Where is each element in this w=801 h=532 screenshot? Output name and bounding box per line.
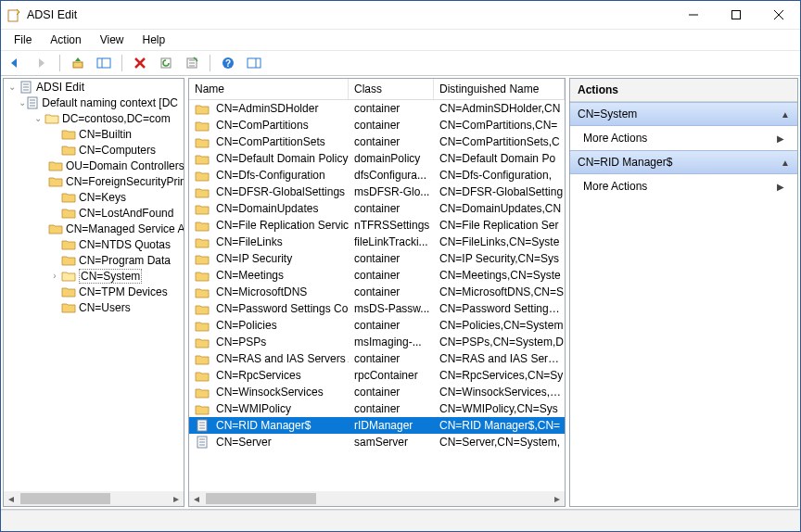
list-row[interactable]: CN=Default Domain Policy domainPolicy CN… [189,150,565,167]
list-row[interactable]: CN=AdminSDHolder container CN=AdminSDHol… [189,100,565,117]
actions-pane: Actions CN=System ▲ More Actions ▶ CN=RI… [569,78,798,507]
cell-dn: CN=DomainUpdates,CN [434,202,565,215]
cell-name: CN=Meetings [216,269,284,282]
list-row[interactable]: CN=File Replication Service nTFRSSetting… [189,217,565,234]
col-name[interactable]: Name [189,79,349,99]
list-row[interactable]: CN=ComPartitionSets container CN=ComPart… [189,133,565,150]
back-button[interactable] [5,52,27,74]
up-button[interactable] [67,52,89,74]
tree-item[interactable]: CN=NTDS Quotas [4,236,184,252]
folder-icon [61,238,76,251]
tree-item[interactable]: CN=Managed Service Accounts [4,221,184,236]
cell-name: CN=PSPs [216,336,266,348]
show-hide-actions-button[interactable] [243,52,265,74]
col-class[interactable]: Class [349,79,434,99]
tree-item[interactable]: CN=TPM Devices [4,284,184,299]
actions-item-label: More Actions [583,180,647,193]
list-row[interactable]: CN=DFSR-GlobalSettings msDFSR-Glo... CN=… [189,184,565,200]
tree-item[interactable]: CN=LostAndFound [4,205,184,221]
tree-item[interactable]: CN=ForeignSecurityPrincipals [4,173,184,189]
list-row[interactable]: CN=Server samServer CN=Server,CN=System, [189,434,565,450]
cell-dn: CN=Policies,CN=System [434,319,565,332]
collapse-icon: ▲ [781,109,790,120]
list-row[interactable]: CN=DomainUpdates container CN=DomainUpda… [189,200,565,217]
forward-button[interactable] [31,52,53,74]
collapse-icon[interactable]: ⌄ [6,82,19,92]
tree-item[interactable]: CN=Keys [4,189,184,205]
tree-context[interactable]: ⌄ Default naming context [DC [4,95,184,110]
folder-icon [195,269,210,282]
show-hide-tree-button[interactable] [93,52,115,74]
cell-dn: CN=AdminSDHolder,CN [434,102,565,115]
tree-item[interactable]: CN=Users [4,299,184,315]
cell-class: container [349,119,434,132]
list-row[interactable]: CN=Meetings container CN=Meetings,CN=Sys… [189,267,565,284]
cell-class: rIDManager [349,419,434,432]
tree-root[interactable]: ⌄ ADSI Edit [4,79,184,95]
delete-button[interactable] [129,52,151,74]
actions-section-system[interactable]: CN=System ▲ [570,102,797,126]
menu-view[interactable]: View [91,32,134,48]
list-row[interactable]: CN=IP Security container CN=IP Security,… [189,250,565,267]
minimize-button[interactable] [672,1,715,29]
list-row[interactable]: CN=ComPartitions container CN=ComPartiti… [189,117,565,133]
collapse-icon[interactable]: ⌄ [19,97,26,108]
refresh-button[interactable] [155,52,177,74]
cell-name: CN=RID Manager$ [216,419,311,432]
tree-item[interactable]: CN=Builtin [4,126,184,142]
tree-item[interactable]: CN=Computers [4,142,184,158]
actions-more-system[interactable]: More Actions ▶ [570,126,797,150]
tree-label: ADSI Edit [36,81,84,94]
tree-item[interactable]: OU=Domain Controllers [4,158,184,173]
list-row[interactable]: CN=PSPs msImaging-... CN=PSPs,CN=System,… [189,334,565,350]
list-hscroll[interactable]: ◂ ▸ [189,491,565,506]
col-dn[interactable]: Distinguished Name [434,79,565,99]
list-row[interactable]: CN=WinsockServices container CN=WinsockS… [189,384,565,400]
close-button[interactable] [757,1,800,29]
tree-item[interactable]: CN=Program Data [4,252,184,268]
cell-class: container [349,252,434,265]
list-row[interactable]: CN=RpcServices rpcContainer CN=RpcServic… [189,367,565,384]
list-row[interactable]: CN=RAS and IAS Servers Ac... container C… [189,350,565,367]
folder-icon [195,152,210,165]
list-row[interactable]: CN=MicrosoftDNS container CN=MicrosoftDN… [189,284,565,300]
svg-rect-0 [8,10,18,21]
list-row[interactable]: CN=WMIPolicy container CN=WMIPolicy,CN=S… [189,400,565,417]
menu-file[interactable]: File [5,32,41,48]
cell-name: CN=Password Settings Con... [216,302,349,315]
maximize-button[interactable] [715,1,757,29]
app-icon [6,7,21,22]
cell-dn: CN=WinsockServices,CN [434,386,565,399]
cell-dn: CN=PSPs,CN=System,D [434,336,565,348]
tree-domain[interactable]: ⌄ DC=contoso,DC=com [4,110,184,126]
titlebar[interactable]: ADSI Edit [1,1,800,29]
folder-icon [195,185,210,198]
actions-section-rid[interactable]: CN=RID Manager$ ▲ [570,150,797,174]
tree-label: CN=System [79,269,142,284]
menu-bar: File Action View Help [1,29,800,50]
object-icon [195,419,210,432]
tree-label: CN=Builtin [79,128,132,141]
tree-hscroll[interactable]: ◂ ▸ [4,491,184,506]
collapse-icon[interactable]: ⌄ [32,113,44,123]
actions-more-rid[interactable]: More Actions ▶ [570,174,797,198]
menu-help[interactable]: Help [134,32,175,48]
tree-item[interactable]: › CN=System [4,268,184,284]
list-row[interactable]: CN=Policies container CN=Policies,CN=Sys… [189,317,565,334]
cell-dn: CN=WMIPolicy,CN=Sys [434,402,565,415]
tree-label: CN=Keys [79,191,126,204]
svg-rect-5 [73,62,83,68]
tree-label: Default naming context [DC [42,96,178,109]
expand-icon[interactable]: › [48,271,61,281]
list-row[interactable]: CN=RID Manager$ rIDManager CN=RID Manage… [189,417,565,434]
list-row[interactable]: CN=Password Settings Con... msDS-Passw..… [189,300,565,317]
menu-action[interactable]: Action [41,32,90,48]
folder-icon [195,252,210,265]
list-row[interactable]: CN=Dfs-Configuration dfsConfigura... CN=… [189,167,565,184]
list-row[interactable]: CN=FileLinks fileLinkTracki... CN=FileLi… [189,234,565,250]
help-button[interactable]: ? [217,52,239,74]
actions-item-label: More Actions [583,132,647,145]
cell-name: CN=FileLinks [216,235,283,248]
cell-name: CN=Policies [216,319,277,332]
export-list-button[interactable] [181,52,203,74]
